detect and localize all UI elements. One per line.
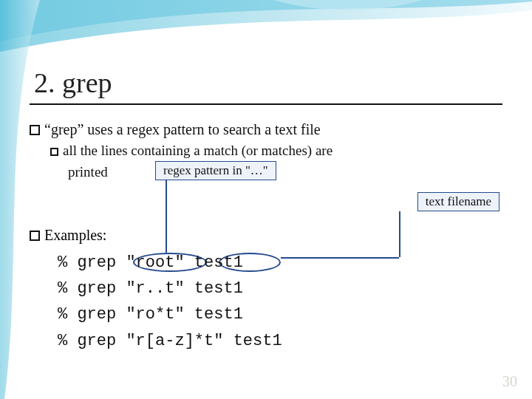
bullet-square-icon xyxy=(50,148,58,156)
code-line: % grep "root" test1 xyxy=(58,250,502,276)
slide-title: 2. grep xyxy=(30,66,502,99)
bullet-square-icon xyxy=(30,125,40,135)
bullet-level1: “grep” uses a regex pattern to search a … xyxy=(30,118,502,140)
bullet1-text: “grep” uses a regex pattern to search a … xyxy=(44,121,321,137)
code-block: % grep "root" test1 % grep "r..t" test1 … xyxy=(58,250,502,354)
code-line: % grep "r[a-z]*t" test1 xyxy=(58,328,502,354)
page-number: 30 xyxy=(502,373,517,390)
bullet2-text: all the lines containing a match (or mat… xyxy=(63,143,332,158)
bullet-level2: all the lines containing a match (or mat… xyxy=(50,140,502,162)
examples-heading: Examples: xyxy=(30,227,502,244)
code-line: % grep "r..t" test1 xyxy=(58,276,502,301)
bullet-square-icon xyxy=(30,231,40,241)
code-line: % grep "ro*t" test1 xyxy=(58,301,502,327)
bullet2-cont: printed xyxy=(68,162,502,183)
title-divider xyxy=(30,103,502,105)
